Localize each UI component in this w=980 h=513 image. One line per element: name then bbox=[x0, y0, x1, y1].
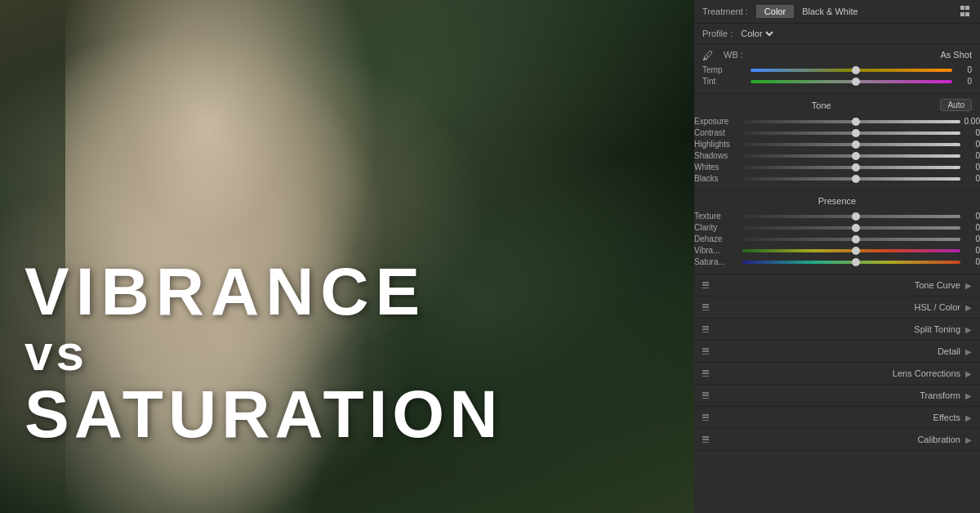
temp-track[interactable] bbox=[751, 69, 952, 72]
contrast-track[interactable] bbox=[742, 132, 960, 135]
exposure-track[interactable] bbox=[742, 120, 960, 123]
panel-detail[interactable]: Detail ▶ bbox=[694, 341, 980, 363]
eyedropper-icon[interactable]: 🖊 bbox=[702, 49, 714, 60]
profile-select[interactable]: Color bbox=[737, 28, 776, 39]
dehaze-value: 0 bbox=[964, 234, 980, 243]
shadows-row: Shadows 0 bbox=[694, 151, 980, 160]
collapse-icon bbox=[702, 304, 709, 310]
exposure-thumb[interactable] bbox=[852, 118, 860, 126]
temp-slider-row: Temp 0 bbox=[702, 65, 972, 74]
highlights-thumb[interactable] bbox=[852, 141, 860, 149]
dehaze-thumb[interactable] bbox=[852, 235, 860, 243]
controls-panel: Treatment : Color Black & White Profile … bbox=[694, 0, 980, 513]
collapse-icon bbox=[702, 414, 709, 421]
grid-icon[interactable] bbox=[960, 6, 972, 17]
texture-value: 0 bbox=[964, 212, 980, 221]
panel-transform[interactable]: Transform ▶ bbox=[694, 385, 980, 407]
collapsed-panels: Tone Curve ▶ HSL / Color ▶ Split Toning … bbox=[694, 274, 980, 451]
panel-effects[interactable]: Effects ▶ bbox=[694, 407, 980, 429]
temp-value: 0 bbox=[956, 65, 972, 74]
tone-header: Tone Auto bbox=[694, 94, 980, 114]
expand-arrow: ▶ bbox=[965, 303, 972, 312]
saturation-value: 0 bbox=[964, 257, 980, 266]
whites-row: Whites 0 bbox=[694, 163, 980, 172]
clarity-thumb[interactable] bbox=[852, 224, 860, 232]
dehaze-track[interactable] bbox=[742, 238, 960, 241]
vibrance-track[interactable] bbox=[742, 249, 960, 252]
highlights-track[interactable] bbox=[742, 143, 960, 146]
panel-label: Tone Curve bbox=[715, 280, 960, 290]
collapse-icon bbox=[702, 370, 709, 377]
tone-title: Tone bbox=[702, 100, 940, 110]
treatment-label: Treatment : bbox=[702, 7, 748, 16]
whites-track[interactable] bbox=[742, 166, 960, 169]
overlay-line2: vs bbox=[24, 325, 678, 381]
tint-track[interactable] bbox=[751, 80, 952, 83]
exposure-label: Exposure bbox=[694, 117, 739, 126]
dehaze-label: Dehaze bbox=[694, 234, 739, 243]
highlights-label: Highlights bbox=[694, 140, 739, 149]
shadows-value: 0 bbox=[964, 151, 980, 160]
temp-thumb[interactable] bbox=[852, 66, 860, 74]
wb-value[interactable]: As Shot bbox=[940, 50, 972, 60]
profile-label: Profile : bbox=[702, 29, 733, 38]
clarity-track[interactable] bbox=[742, 226, 960, 230]
texture-label: Texture bbox=[694, 212, 739, 221]
contrast-value: 0 bbox=[964, 128, 980, 137]
texture-track[interactable] bbox=[742, 215, 960, 218]
whites-label: Whites bbox=[694, 163, 739, 172]
collapse-icon bbox=[702, 326, 709, 332]
temp-label: Temp bbox=[702, 65, 747, 74]
panel-hsl-color[interactable]: HSL / Color ▶ bbox=[694, 297, 980, 319]
blacks-track[interactable] bbox=[742, 177, 960, 181]
expand-arrow: ▶ bbox=[965, 369, 972, 378]
whites-thumb[interactable] bbox=[852, 163, 860, 172]
panel-label: HSL / Color bbox=[715, 302, 960, 312]
tint-thumb[interactable] bbox=[852, 78, 860, 86]
panel-label: Lens Corrections bbox=[715, 368, 960, 378]
texture-thumb[interactable] bbox=[852, 212, 860, 221]
highlights-row: Highlights 0 bbox=[694, 140, 980, 149]
overlay-line1: VIBRANCE bbox=[24, 258, 678, 325]
panel-lens-corrections[interactable]: Lens Corrections ▶ bbox=[694, 363, 980, 385]
shadows-track[interactable] bbox=[742, 154, 960, 158]
blacks-row: Blacks 0 bbox=[694, 174, 980, 183]
panel-split-toning[interactable]: Split Toning ▶ bbox=[694, 319, 980, 341]
treatment-row: Treatment : Color Black & White bbox=[694, 0, 980, 24]
presence-section: Presence Texture 0 Clarity 0 Dehaze 0 Vi… bbox=[694, 191, 980, 274]
texture-row: Texture 0 bbox=[694, 212, 980, 221]
panel-label: Effects bbox=[715, 413, 960, 422]
tint-label: Tint bbox=[702, 77, 747, 86]
wb-label: WB : bbox=[724, 50, 743, 60]
expand-arrow: ▶ bbox=[965, 325, 972, 334]
shadows-thumb[interactable] bbox=[852, 152, 860, 160]
panel-tone-curve[interactable]: Tone Curve ▶ bbox=[694, 274, 980, 297]
wb-header: 🖊 WB : As Shot bbox=[702, 49, 972, 60]
treatment-color-button[interactable]: Color bbox=[756, 5, 794, 18]
collapse-icon bbox=[702, 348, 709, 355]
exposure-row: Exposure 0.00 bbox=[694, 117, 980, 126]
whites-value: 0 bbox=[964, 163, 980, 172]
contrast-thumb[interactable] bbox=[852, 129, 860, 137]
clarity-row: Clarity 0 bbox=[694, 223, 980, 232]
blacks-thumb[interactable] bbox=[852, 175, 860, 183]
contrast-label: Contrast bbox=[694, 128, 739, 137]
auto-button[interactable]: Auto bbox=[940, 99, 972, 111]
blacks-label: Blacks bbox=[694, 174, 739, 183]
treatment-bw-button[interactable]: Black & White bbox=[794, 5, 866, 18]
photo-panel: VIBRANCE vs SATURATION bbox=[0, 0, 694, 513]
expand-arrow: ▶ bbox=[965, 347, 972, 356]
vibrance-label: Vibra... bbox=[694, 246, 739, 255]
contrast-row: Contrast 0 bbox=[694, 128, 980, 137]
shadows-label: Shadows bbox=[694, 151, 739, 160]
tint-slider-row: Tint 0 bbox=[702, 77, 972, 86]
tint-value: 0 bbox=[956, 77, 972, 86]
blacks-value: 0 bbox=[964, 174, 980, 183]
vibrance-row: Vibra... 0 bbox=[694, 246, 980, 255]
saturation-track[interactable] bbox=[742, 261, 960, 264]
panel-calibration[interactable]: Calibration ▶ bbox=[694, 429, 980, 451]
expand-arrow: ▶ bbox=[965, 391, 972, 400]
clarity-value: 0 bbox=[964, 223, 980, 232]
vibrance-thumb[interactable] bbox=[852, 247, 860, 255]
saturation-thumb[interactable] bbox=[852, 258, 860, 266]
